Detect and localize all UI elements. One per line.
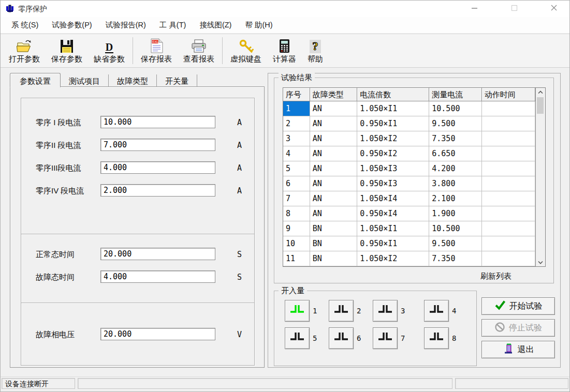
table-cell[interactable]	[482, 176, 535, 191]
refresh-list-link[interactable]: 刷新列表	[480, 272, 511, 281]
table-cell[interactable]	[482, 146, 535, 161]
table-cell[interactable]: 2	[283, 116, 310, 131]
results-scrollbar[interactable]	[535, 88, 545, 266]
maximize-button[interactable]	[502, 1, 526, 17]
toolbar-view-report-button[interactable]: 查看报表	[178, 36, 220, 65]
table-cell[interactable]: 1.050×I1	[357, 221, 429, 236]
table-cell[interactable]: 1.900	[429, 206, 481, 221]
table-cell[interactable]: 11	[283, 251, 310, 266]
param-input[interactable]	[100, 248, 215, 260]
table-cell[interactable]	[482, 101, 535, 116]
table-cell[interactable]: BN	[310, 221, 357, 236]
table-row[interactable]: 1AN1.050×I110.500	[283, 101, 535, 116]
table-cell[interactable]	[482, 191, 535, 206]
digital-input-button-8[interactable]	[424, 327, 449, 349]
table-cell[interactable]: AN	[310, 191, 357, 206]
table-cell[interactable]: 1.050×I2	[357, 131, 429, 146]
table-cell[interactable]: 0.950×I1	[357, 236, 429, 251]
table-cell[interactable]: 4.200	[429, 161, 481, 176]
table-row[interactable]: 9BN1.050×I110.500	[283, 221, 535, 236]
digital-input-button-6[interactable]	[329, 327, 354, 349]
digital-input-button-7[interactable]	[373, 327, 398, 349]
tab-开关量[interactable]: 开关量	[157, 74, 197, 86]
table-cell[interactable]: 1.050×I4	[357, 191, 429, 206]
param-input[interactable]	[100, 116, 215, 128]
table-cell[interactable]	[482, 131, 535, 146]
table-cell[interactable]: 2.100	[429, 191, 481, 206]
table-cell[interactable]: 3	[283, 131, 310, 146]
digital-input-button-3[interactable]	[373, 300, 398, 322]
param-input[interactable]	[100, 328, 215, 340]
menu-item-3[interactable]: 工 具(T)	[153, 20, 193, 30]
table-cell[interactable]: 4	[283, 146, 310, 161]
table-cell[interactable]: 7.350	[429, 131, 481, 146]
menu-item-5[interactable]: 帮 助(H)	[238, 20, 279, 30]
toolbar-help-button[interactable]: ?帮助	[302, 36, 329, 65]
table-cell[interactable]	[482, 206, 535, 221]
scrollbar-thumb[interactable]	[537, 97, 544, 114]
minimize-button[interactable]	[462, 1, 486, 17]
table-cell[interactable]	[482, 161, 535, 176]
column-header-动作时间[interactable]: 动作时间	[482, 88, 535, 101]
digital-input-button-4[interactable]	[424, 300, 449, 322]
table-cell[interactable]: 6	[283, 176, 310, 191]
table-cell[interactable]: AN	[310, 131, 357, 146]
table-cell[interactable]: 6.650	[429, 146, 481, 161]
table-cell[interactable]: 1.050×I2	[357, 251, 429, 266]
tab-测试项目[interactable]: 测试项目	[61, 74, 109, 86]
digital-input-button-1[interactable]	[285, 300, 310, 322]
table-cell[interactable]: 10.500	[429, 221, 481, 236]
table-cell[interactable]: 1.050×I1	[357, 101, 429, 116]
tab-故障类型[interactable]: 故障类型	[109, 74, 157, 86]
table-cell[interactable]: 0.950×I3	[357, 176, 429, 191]
toolbar-save-params-button[interactable]: 保存参数	[46, 36, 88, 65]
table-cell[interactable]: 9.500	[429, 236, 481, 251]
table-cell[interactable]: 3.800	[429, 176, 481, 191]
toolbar-calculator-button[interactable]: 计算器	[267, 36, 302, 65]
table-cell[interactable]	[482, 236, 535, 251]
column-header-测量电流[interactable]: 测量电流	[429, 88, 481, 101]
table-cell[interactable]: AN	[310, 116, 357, 131]
table-row[interactable]: 3AN1.050×I27.350	[283, 131, 535, 146]
table-row[interactable]: 10BN0.950×I19.500	[283, 236, 535, 251]
table-cell[interactable]: AN	[310, 176, 357, 191]
param-input[interactable]	[100, 139, 215, 151]
menu-item-4[interactable]: 接线图(Z)	[193, 20, 238, 30]
table-cell[interactable]: 1.050×I3	[357, 161, 429, 176]
menu-item-2[interactable]: 试验报告(R)	[99, 20, 153, 30]
toolbar-save-report-button[interactable]: EXL保存报表	[135, 36, 178, 65]
tab-参数设置[interactable]: 参数设置	[10, 73, 61, 87]
table-row[interactable]: 4AN0.950×I26.650	[283, 146, 535, 161]
column-header-序号[interactable]: 序号	[283, 88, 310, 101]
table-cell[interactable]: 5	[283, 161, 310, 176]
table-cell[interactable]: BN	[310, 236, 357, 251]
table-cell[interactable]: 10.500	[429, 101, 481, 116]
table-cell[interactable]: 9.500	[429, 116, 481, 131]
param-input[interactable]	[100, 270, 215, 283]
table-row[interactable]: 2AN0.950×I19.500	[283, 116, 535, 131]
toolbar-default-params-button[interactable]: D缺省参数	[88, 36, 130, 65]
table-cell[interactable]: 0.950×I1	[357, 116, 429, 131]
table-cell[interactable]: AN	[310, 146, 357, 161]
scroll-down-arrow[interactable]	[536, 258, 545, 266]
table-row[interactable]: 11BN1.050×I27.350	[283, 251, 535, 266]
toolbar-virtual-keyboard-button[interactable]: 虚拟键盘	[225, 36, 267, 65]
table-cell[interactable]: 0.950×I2	[357, 146, 429, 161]
table-cell[interactable]: 1	[283, 101, 310, 116]
table-cell[interactable]: 10	[283, 236, 310, 251]
table-row[interactable]: 5AN1.050×I34.200	[283, 161, 535, 176]
table-cell[interactable]: AN	[310, 101, 357, 116]
toolbar-open-params-button[interactable]: 打开参数	[3, 36, 46, 65]
column-header-电流倍数[interactable]: 电流倍数	[357, 88, 429, 101]
table-row[interactable]: 8AN0.950×I41.900	[283, 206, 535, 221]
table-cell[interactable]	[482, 251, 535, 266]
table-row[interactable]: 7AN1.050×I42.100	[283, 191, 535, 206]
stop-test-button[interactable]: 停止试验	[481, 319, 555, 337]
menu-item-1[interactable]: 试验参数(P)	[45, 20, 98, 30]
close-button[interactable]	[542, 1, 566, 17]
digital-input-button-5[interactable]	[285, 327, 310, 349]
start-test-button[interactable]: 开始试验	[481, 297, 555, 315]
table-cell[interactable]: 7.350	[429, 251, 481, 266]
table-cell[interactable]: BN	[310, 251, 357, 266]
table-cell[interactable]: 8	[283, 206, 310, 221]
